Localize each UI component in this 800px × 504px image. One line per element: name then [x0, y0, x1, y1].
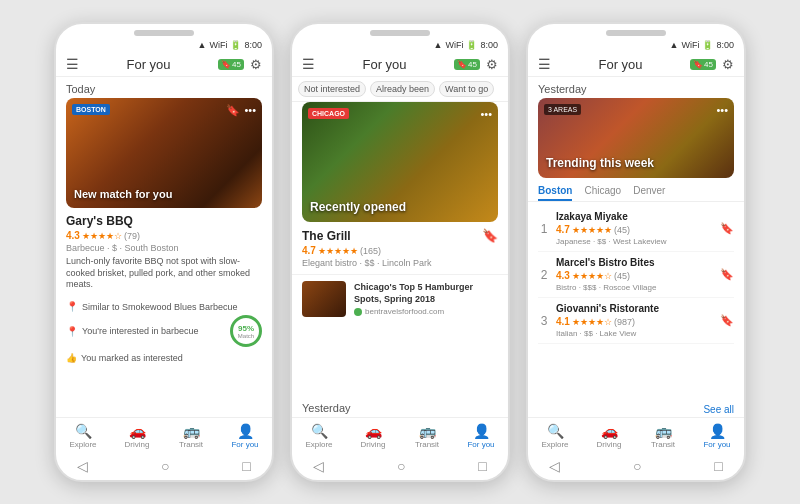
rank-info-3: Giovanni's Ristorante 4.1 ★★★★☆ (987) It… — [556, 303, 714, 338]
filter-want-to-go[interactable]: Want to go — [439, 81, 494, 97]
rank-info-1: Izakaya Miyake 4.7 ★★★★★ (45) Japanese ·… — [556, 211, 714, 246]
interest-icon-1: 📍 — [66, 326, 78, 337]
notification-badge-3[interactable]: 🔖 45 — [690, 59, 716, 70]
signal-icon-3: ▲ — [670, 40, 679, 50]
recent-btn-3[interactable]: □ — [714, 458, 722, 474]
driving-icon-2: 🚗 — [365, 423, 382, 439]
transit-icon-1: 🚌 — [183, 423, 200, 439]
app-title-3: For you — [557, 57, 684, 72]
back-btn-1[interactable]: ◁ — [77, 458, 88, 474]
nav-transit-2[interactable]: 🚌 Transit — [400, 423, 454, 449]
more-icon-2[interactable]: ••• — [480, 108, 492, 120]
city-badge-1: BOSTON — [72, 104, 110, 115]
tab-denver[interactable]: Denver — [633, 182, 665, 201]
nav-foryou-1[interactable]: 👤 For you — [218, 423, 272, 449]
match-circle: 95% Match — [230, 315, 262, 347]
nav-transit-3[interactable]: 🚌 Transit — [636, 423, 690, 449]
signal-icon: ▲ — [198, 40, 207, 50]
filter-already-been[interactable]: Already been — [370, 81, 435, 97]
back-btn-2[interactable]: ◁ — [313, 458, 324, 474]
rank-info-2: Marcel's Bistro Bites 4.3 ★★★★☆ (45) Bis… — [556, 257, 714, 292]
battery-icon: 🔋 — [230, 40, 241, 50]
recent-btn-1[interactable]: □ — [242, 458, 250, 474]
rank-save-3[interactable]: 🔖 — [720, 314, 734, 327]
nav-label-foryou-2: For you — [467, 440, 494, 449]
rank-num-1: 1 — [538, 222, 550, 236]
see-all-link[interactable]: See all — [528, 402, 744, 417]
nav-driving-2[interactable]: 🚗 Driving — [346, 423, 400, 449]
rank-stars-2: 4.3 ★★★★☆ (45) — [556, 270, 714, 281]
nav-transit-1[interactable]: 🚌 Transit — [164, 423, 218, 449]
nav-label-explore-2: Explore — [305, 440, 332, 449]
nav-label-driving-3: Driving — [597, 440, 622, 449]
rank-item-1: 1 Izakaya Miyake 4.7 ★★★★★ (45) Japanese… — [538, 206, 734, 252]
restaurant-info-1: Gary's BBQ 4.3 ★★★★☆ (79) Barbecue · $ ·… — [56, 208, 272, 297]
app-title-2: For you — [321, 57, 448, 72]
cuisine-1: Barbecue · $ · South Boston — [66, 243, 262, 253]
nav-explore-3[interactable]: 🔍 Explore — [528, 423, 582, 449]
nav-driving-3[interactable]: 🚗 Driving — [582, 423, 636, 449]
rank-reviews-1: (45) — [614, 225, 630, 235]
nav-driving-1[interactable]: 🚗 Driving — [110, 423, 164, 449]
match-section-1: 📍 Similar to Smokewood Blues Barbecue 📍 … — [56, 297, 272, 351]
rank-stars-icons-3: ★★★★☆ — [572, 317, 612, 327]
areas-badge: 3 AREAS — [544, 104, 581, 115]
rank-stars-1: 4.7 ★★★★★ (45) — [556, 224, 714, 235]
restaurant-name-2: The Grill — [302, 229, 482, 243]
time-3: 8:00 — [716, 40, 734, 50]
notification-badge-2[interactable]: 🔖 45 — [454, 59, 480, 70]
settings-icon-2[interactable]: ⚙ — [486, 57, 498, 72]
more-icon-1[interactable]: ••• — [244, 104, 256, 116]
rank-save-2[interactable]: 🔖 — [720, 268, 734, 281]
driving-icon-3: 🚗 — [601, 423, 618, 439]
rank-save-1[interactable]: 🔖 — [720, 222, 734, 235]
rating-num-1: 4.3 — [66, 230, 80, 241]
tab-chicago[interactable]: Chicago — [584, 182, 621, 201]
top-nav-3: ☰ For you 🔖 45 ⚙ — [528, 52, 744, 77]
rank-name-1: Izakaya Miyake — [556, 211, 714, 222]
nav-label-explore-1: Explore — [69, 440, 96, 449]
phone-bottom-3: ◁ ○ □ — [528, 453, 744, 480]
battery-icon-2: 🔋 — [466, 40, 477, 50]
nav-label-explore-3: Explore — [541, 440, 568, 449]
save-icon-2[interactable]: 🔖 — [482, 228, 498, 243]
settings-icon-3[interactable]: ⚙ — [722, 57, 734, 72]
tab-boston[interactable]: Boston — [538, 182, 572, 201]
status-bar-2: ▲ WiFi 🔋 8:00 — [292, 36, 508, 52]
home-btn-1[interactable]: ○ — [161, 458, 169, 474]
rank-item-3: 3 Giovanni's Ristorante 4.1 ★★★★☆ (987) … — [538, 298, 734, 344]
rank-reviews-2: (45) — [614, 271, 630, 281]
hamburger-icon-3[interactable]: ☰ — [538, 56, 551, 72]
card-label-1: New match for you — [74, 188, 172, 200]
city-badge-2: CHICAGO — [308, 108, 349, 119]
hamburger-icon-2[interactable]: ☰ — [302, 56, 315, 72]
section-yesterday-3: Yesterday — [528, 77, 744, 98]
home-btn-3[interactable]: ○ — [633, 458, 641, 474]
article-info: Chicago's Top 5 Hamburger Spots, Spring … — [354, 282, 498, 316]
settings-icon-1[interactable]: ⚙ — [250, 57, 262, 72]
hamburger-icon-1[interactable]: ☰ — [66, 56, 79, 72]
match-word: Match — [238, 333, 254, 339]
top-nav-1: ☰ For you 🔖 45 ⚙ — [56, 52, 272, 77]
nav-explore-1[interactable]: 🔍 Explore — [56, 423, 110, 449]
nav-foryou-2[interactable]: 👤 For you — [454, 423, 508, 449]
match-percent: 95% — [238, 324, 254, 333]
home-btn-2[interactable]: ○ — [397, 458, 405, 474]
recent-btn-2[interactable]: □ — [478, 458, 486, 474]
nav-foryou-3[interactable]: 👤 For you — [690, 423, 744, 449]
back-btn-3[interactable]: ◁ — [549, 458, 560, 474]
rank-item-2: 2 Marcel's Bistro Bites 4.3 ★★★★☆ (45) B… — [538, 252, 734, 298]
save-icon-1[interactable]: 🔖 — [226, 104, 240, 117]
notification-badge-1[interactable]: 🔖 45 — [218, 59, 244, 70]
nav-label-transit-2: Transit — [415, 440, 439, 449]
phone-1: ▲ WiFi 🔋 8:00 ☰ For you 🔖 45 ⚙ Today BOS… — [54, 22, 274, 482]
more-icon-3[interactable]: ••• — [716, 104, 728, 116]
article-row: Chicago's Top 5 Hamburger Spots, Spring … — [292, 274, 508, 323]
explore-icon-2: 🔍 — [311, 423, 328, 439]
rank-stars-icons-1: ★★★★★ — [572, 225, 612, 235]
app-title-1: For you — [85, 57, 212, 72]
article-source: bentravelsforfood.com — [354, 307, 498, 316]
nav-explore-2[interactable]: 🔍 Explore — [292, 423, 346, 449]
filter-not-interested[interactable]: Not interested — [298, 81, 366, 97]
source-dot — [354, 308, 362, 316]
